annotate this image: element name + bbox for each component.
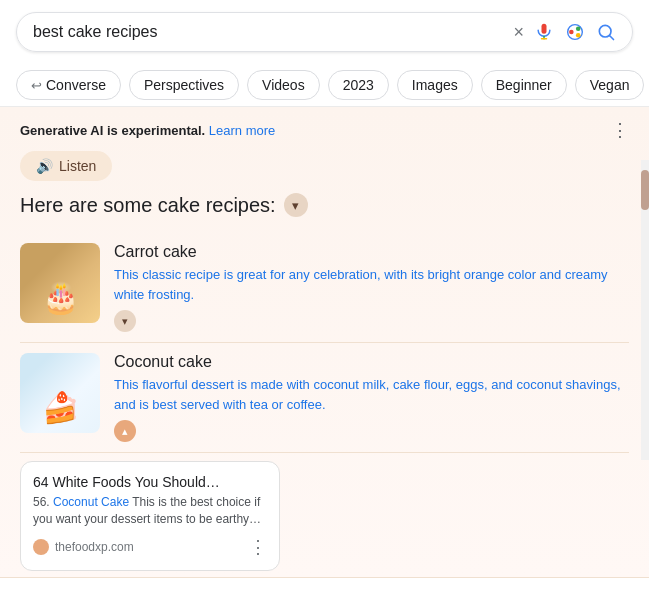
title-chevron-icon[interactable]: ▾: [284, 193, 308, 217]
chip-images-label: Images: [412, 77, 458, 93]
ai-experimental-label: Generative AI is experimental.: [20, 123, 205, 138]
chip-perspectives-label: Perspectives: [144, 77, 224, 93]
coconut-cake-image: [20, 353, 100, 433]
carrot-cake-image: [20, 243, 100, 323]
ai-section: Generative AI is experimental. Learn mor…: [0, 107, 649, 578]
ai-header: Generative AI is experimental. Learn mor…: [20, 119, 629, 141]
ai-title-text: Here are some cake recipes:: [20, 194, 276, 217]
source-favicon: [33, 539, 49, 555]
carrot-expand-icon[interactable]: ▾: [114, 310, 136, 332]
chip-2023[interactable]: 2023: [328, 70, 389, 100]
ai-more-icon[interactable]: ⋮: [611, 119, 629, 141]
recipe-item-coconut: Coconut cake This flavorful dessert is m…: [20, 343, 629, 453]
chip-beginner[interactable]: Beginner: [481, 70, 567, 100]
coconut-cake-desc: This flavorful dessert is made with coco…: [114, 375, 629, 442]
chip-videos-label: Videos: [262, 77, 305, 93]
search-icon[interactable]: [596, 22, 616, 42]
source-name: thefoodxp.com: [55, 540, 134, 554]
card-desc: 56. Coconut Cake This is the best choice…: [33, 494, 267, 528]
listen-button[interactable]: 🔊 Listen: [20, 151, 112, 181]
carrot-cake-desc-text: This classic recipe is great for any cel…: [114, 265, 629, 304]
chip-converse[interactable]: ↩ Converse: [16, 70, 121, 100]
card-index: 56.: [33, 495, 50, 509]
svg-line-6: [610, 36, 614, 40]
chip-beginner-label: Beginner: [496, 77, 552, 93]
carrot-cake-name: Carrot cake: [114, 243, 629, 261]
chip-2023-label: 2023: [343, 77, 374, 93]
carrot-cake-content: Carrot cake This classic recipe is great…: [114, 243, 629, 332]
scrollbar-track: [641, 160, 649, 460]
search-input[interactable]: [33, 23, 503, 41]
svg-point-2: [569, 30, 574, 35]
svg-point-4: [576, 33, 581, 38]
speaker-icon: 🔊: [36, 158, 53, 174]
chip-perspectives[interactable]: Perspectives: [129, 70, 239, 100]
coconut-cake-content: Coconut cake This flavorful dessert is m…: [114, 353, 629, 442]
chip-converse-label: Converse: [46, 77, 106, 93]
chip-vegan-label: Vegan: [590, 77, 630, 93]
chip-videos[interactable]: Videos: [247, 70, 320, 100]
lens-icon[interactable]: [564, 21, 586, 43]
card-title: 64 White Foods You Should…: [33, 474, 267, 490]
ai-results-title: Here are some cake recipes: ▾: [20, 193, 629, 217]
card-footer: thefoodxp.com ⋮: [33, 536, 267, 558]
source-card-section: 64 White Foods You Should… 56. Coconut C…: [20, 461, 629, 571]
chip-vegan[interactable]: Vegan: [575, 70, 645, 100]
search-bar-container: ×: [0, 0, 649, 64]
card-source: thefoodxp.com: [33, 539, 134, 555]
coconut-cake-desc-text: This flavorful dessert is made with coco…: [114, 375, 629, 414]
card-cake-name: Coconut Cake: [53, 495, 129, 509]
mic-icon[interactable]: [534, 22, 554, 42]
coconut-cake-name: Coconut cake: [114, 353, 629, 371]
card-more-button[interactable]: ⋮: [249, 536, 267, 558]
search-bar: ×: [16, 12, 633, 52]
scrollbar-thumb[interactable]: [641, 170, 649, 210]
listen-label: Listen: [59, 158, 96, 174]
svg-point-3: [576, 27, 581, 32]
chip-arrow-icon: ↩: [31, 78, 42, 93]
ai-experimental-text: Generative AI is experimental. Learn mor…: [20, 121, 275, 139]
filter-chips: ↩ Converse Perspectives Videos 2023 Imag…: [0, 64, 649, 107]
coconut-collapse-icon[interactable]: ▴: [114, 420, 136, 442]
svg-rect-0: [542, 24, 547, 34]
chip-images[interactable]: Images: [397, 70, 473, 100]
source-card: 64 White Foods You Should… 56. Coconut C…: [20, 461, 280, 571]
carrot-cake-desc: This classic recipe is great for any cel…: [114, 265, 629, 332]
ai-learn-more-link[interactable]: Learn more: [209, 123, 275, 138]
clear-icon[interactable]: ×: [513, 22, 524, 43]
recipe-item-carrot: Carrot cake This classic recipe is great…: [20, 233, 629, 343]
